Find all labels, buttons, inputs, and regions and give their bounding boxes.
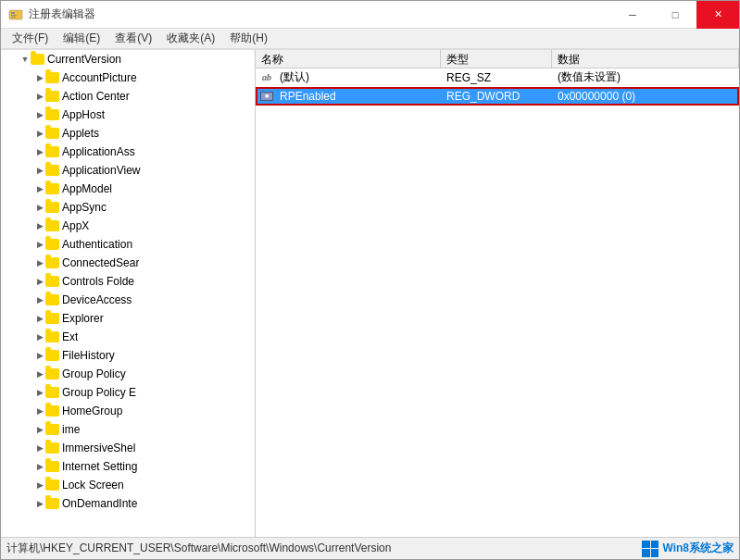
restore-button[interactable]: □ (654, 1, 696, 29)
expand-arrow-connectedsear: ▶ (34, 257, 45, 268)
tree-item-applicationview[interactable]: ▶ ApplicationView (1, 161, 255, 180)
tree-item-ondemandinte[interactable]: ▶ OnDemandInte (1, 494, 255, 513)
tree-root[interactable]: ▼ CurrentVersion (1, 50, 255, 68)
expand-arrow-explorer: ▶ (34, 313, 45, 324)
folder-icon-applicationview (45, 165, 59, 176)
tree-label-filehistory: FileHistory (62, 349, 115, 362)
col-header-type: 类型 (441, 50, 552, 68)
expand-arrow-controlsfolde: ▶ (34, 276, 45, 287)
tree-label-applicationview: ApplicationView (62, 164, 141, 177)
right-header: 名称 类型 数据 (256, 50, 739, 68)
tree-item-immersiveshel[interactable]: ▶ ImmersiveShel (1, 439, 255, 457)
win8-logo-icon (642, 541, 658, 557)
tree-label-internetsetting: Internet Setting (62, 460, 137, 473)
tree-item-controlsfolde[interactable]: ▶ Controls Folde (1, 272, 255, 291)
menu-file[interactable]: 文件(F) (5, 29, 56, 48)
expand-arrow-applicationass: ▶ (34, 146, 45, 157)
tree-item-appmodel[interactable]: ▶ AppModel (1, 180, 255, 198)
expand-arrow-appx: ▶ (34, 220, 45, 231)
reg-data-default: (数值未设置) (552, 68, 739, 87)
right-list[interactable]: ab (默认) REG_SZ (数值未设置) ■ RPEnabled REG_D… (256, 68, 739, 537)
tree-label-applets: Applets (62, 127, 99, 140)
menu-bar: 文件(F) 编辑(E) 查看(V) 收藏夹(A) 帮助(H) (1, 29, 739, 49)
tree-item-accountpicture[interactable]: ▶ AccountPicture (1, 68, 255, 87)
folder-icon-filehistory (45, 350, 59, 361)
reg-name-default: (默认) (274, 68, 441, 87)
tree-item-internetsetting[interactable]: ▶ Internet Setting (1, 457, 255, 476)
tree-item-grouppolicy[interactable]: ▶ Group Policy (1, 365, 255, 383)
status-logo: Win8系统之家 (642, 541, 734, 557)
tree-item-grouppolicye[interactable]: ▶ Group Policy E (1, 383, 255, 402)
tree-item-authentication[interactable]: ▶ Authentication (1, 235, 255, 254)
menu-help[interactable]: 帮助(H) (222, 29, 275, 48)
expand-arrow-applicationview: ▶ (34, 165, 45, 176)
status-path: 计算机\HKEY_CURRENT_USER\Software\Microsoft… (6, 541, 642, 556)
brand-text: Win8系统之家 (662, 541, 734, 556)
folder-icon-apphost (45, 109, 59, 120)
tree-label-appsync: AppSync (62, 201, 107, 214)
close-button[interactable]: ✕ (696, 1, 739, 29)
minimize-button[interactable]: ─ (611, 1, 654, 29)
title-bar: 注册表编辑器 ─ □ ✕ (1, 1, 739, 29)
tree-item-connectedsear[interactable]: ▶ ConnectedSear (1, 254, 255, 272)
reg-icon-rpenabled: ■ (259, 89, 274, 104)
reg-icon-default: ab (259, 70, 274, 85)
tree-item-appx[interactable]: ▶ AppX (1, 217, 255, 235)
folder-icon-actioncenter (45, 91, 59, 102)
tree-label-accountpicture: AccountPicture (62, 71, 137, 84)
menu-favorites[interactable]: 收藏夹(A) (159, 29, 222, 48)
expand-arrow-appmodel: ▶ (34, 183, 45, 194)
tree-item-filehistory[interactable]: ▶ FileHistory (1, 346, 255, 365)
right-panel: 名称 类型 数据 ab (默认) REG_SZ (数值未设置) (256, 50, 739, 537)
tree-item-explorer[interactable]: ▶ Explorer (1, 309, 255, 328)
tree-item-deviceaccess[interactable]: ▶ DeviceAccess (1, 291, 255, 309)
window: 注册表编辑器 ─ □ ✕ 文件(F) 编辑(E) 查看(V) 收藏夹(A) 帮助… (0, 0, 740, 560)
tree-label-lockscreen: Lock Screen (62, 479, 124, 492)
expand-arrow-apphost: ▶ (34, 109, 45, 120)
tree-label-deviceaccess: DeviceAccess (62, 293, 132, 306)
expand-arrow-lockscreen: ▶ (34, 479, 45, 491)
tree-item-actioncenter[interactable]: ▶ Action Center (1, 87, 255, 106)
tree-label-applicationass: ApplicationAss (62, 145, 135, 158)
tree-label-immersiveshel: ImmersiveShel (62, 442, 135, 454)
svg-rect-1 (11, 12, 15, 14)
status-bar: 计算机\HKEY_CURRENT_USER\Software\Microsoft… (1, 537, 739, 559)
reg-item-default[interactable]: ab (默认) REG_SZ (数值未设置) (256, 68, 739, 87)
tree-item-apphost[interactable]: ▶ AppHost (1, 106, 255, 124)
folder-icon-grouppolicye (45, 387, 59, 398)
svg-rect-3 (11, 17, 16, 18)
tree-item-applicationass[interactable]: ▶ ApplicationAss (1, 143, 255, 161)
folder-icon-accountpicture (45, 72, 59, 83)
reg-data-rpenabled: 0x00000000 (0) (552, 88, 739, 105)
tree-label-homegroup: HomeGroup (62, 404, 122, 417)
folder-icon-homegroup (45, 405, 59, 417)
folder-icon-appsync (45, 202, 59, 213)
expand-arrow-authentication: ▶ (34, 239, 45, 250)
tree-label-appx: AppX (62, 219, 89, 232)
tree-item-ext[interactable]: ▶ Ext (1, 328, 255, 346)
left-panel[interactable]: ▼ CurrentVersion ▶ AccountPicture ▶ Acti… (1, 50, 256, 537)
tree-item-lockscreen[interactable]: ▶ Lock Screen (1, 476, 255, 494)
window-title: 注册表编辑器 (29, 6, 95, 22)
folder-icon-ext (45, 331, 59, 342)
folder-icon-grouppolicy (45, 368, 59, 380)
folder-icon-lockscreen (45, 479, 59, 491)
folder-icon-appmodel (45, 183, 59, 194)
title-bar-controls: ─ □ ✕ (611, 1, 739, 29)
folder-icon-explorer (45, 313, 59, 324)
menu-edit[interactable]: 编辑(E) (56, 29, 107, 48)
tree-item-ime[interactable]: ▶ ime (1, 420, 255, 439)
tree-label-ext: Ext (62, 330, 78, 343)
menu-view[interactable]: 查看(V) (107, 29, 159, 48)
expand-arrow-deviceaccess: ▶ (34, 294, 45, 305)
tree-label-ime: ime (62, 423, 80, 436)
expand-arrow-grouppolicye: ▶ (34, 387, 45, 398)
expand-arrow-appsync: ▶ (34, 202, 45, 213)
folder-icon-authentication (45, 239, 59, 250)
tree-item-applets[interactable]: ▶ Applets (1, 124, 255, 143)
expand-arrow-ime: ▶ (34, 424, 45, 435)
tree-label-explorer: Explorer (62, 312, 104, 325)
reg-item-rpenabled[interactable]: ■ RPEnabled REG_DWORD 0x00000000 (0) (256, 87, 739, 106)
tree-item-homegroup[interactable]: ▶ HomeGroup (1, 402, 255, 420)
tree-item-appsync[interactable]: ▶ AppSync (1, 198, 255, 217)
